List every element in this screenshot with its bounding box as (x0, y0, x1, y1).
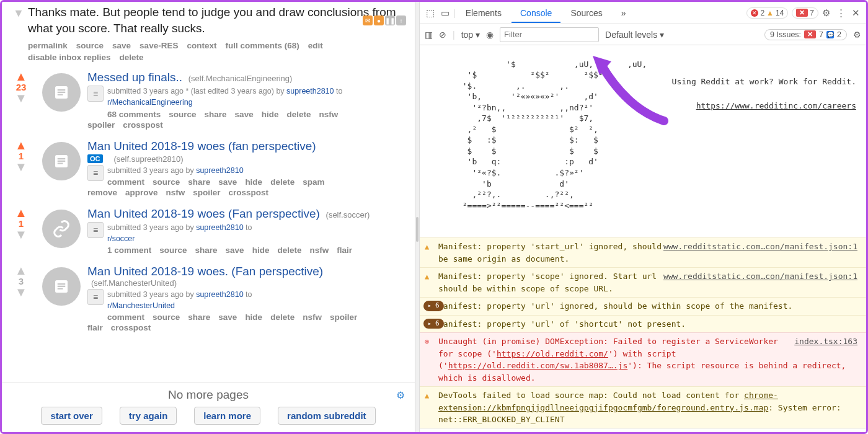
flat-link[interactable]: nsfw (303, 312, 322, 322)
flat-link[interactable]: delete (270, 312, 294, 322)
close-icon[interactable]: ✕ (849, 5, 862, 21)
flat-link[interactable]: 68 comments (107, 110, 161, 119)
flat-link[interactable]: comment (107, 312, 144, 322)
domain[interactable]: (self.supreeth2810) (114, 154, 184, 164)
flat-link[interactable]: nsfw (166, 188, 185, 197)
console-settings-icon[interactable]: ⚙ (853, 30, 861, 40)
expando-button[interactable]: ≡ (87, 289, 104, 305)
flat-link[interactable]: edit (308, 41, 323, 50)
flat-link[interactable]: spoiler (87, 120, 115, 130)
filter-input[interactable] (500, 27, 599, 42)
inspect-icon[interactable]: ⬚ (423, 5, 437, 21)
upvote-icon[interactable]: ▲ (7, 207, 35, 218)
upvote-icon[interactable]: ▲ (7, 140, 35, 151)
flat-link[interactable]: save (112, 41, 131, 50)
up-icon[interactable]: ↑ (396, 16, 406, 25)
flat-link[interactable]: hide (252, 246, 270, 255)
flat-link[interactable]: save (226, 246, 244, 255)
author-link[interactable]: supreeth2810 (196, 166, 243, 175)
thumbnail[interactable] (35, 265, 87, 332)
expando-button[interactable]: ≡ (87, 165, 104, 181)
tab-console[interactable]: Console (512, 3, 560, 23)
flat-link[interactable]: hide (245, 177, 262, 187)
post-title[interactable]: Man United 2018-19 woes (fan perspective… (87, 140, 316, 153)
flat-link[interactable]: context (187, 41, 216, 50)
author-link[interactable]: supreeth2810 (286, 87, 334, 95)
downvote-icon[interactable]: ▼ (7, 92, 35, 104)
flat-link[interactable]: share (195, 246, 218, 255)
expando-button[interactable]: ≡ (87, 222, 104, 238)
issues-button[interactable]: 9 Issues: ✕7 💬2 (764, 29, 847, 40)
flat-link[interactable]: source (159, 246, 187, 255)
flat-link[interactable]: remove (87, 188, 117, 197)
flat-link[interactable]: flair (87, 323, 103, 332)
subreddit-link[interactable]: r/soccer (107, 234, 135, 243)
console-prompt[interactable]: › (420, 428, 866, 432)
pause-icon[interactable]: ❚❚ (385, 16, 395, 25)
flat-link[interactable]: comment (107, 177, 144, 187)
flat-link[interactable]: source (76, 41, 104, 50)
post-title[interactable]: Man United 2018-19 woes (Fan perspective… (87, 207, 320, 220)
post-title[interactable]: Messed up finals.. (87, 71, 182, 84)
flat-link[interactable]: spoiler (193, 188, 220, 197)
device-icon[interactable]: ▭ (438, 5, 452, 21)
flat-link[interactable]: nsfw (309, 246, 329, 255)
kebab-icon[interactable]: ⋮ (834, 5, 848, 21)
error-warn-badge[interactable]: ✕2 ▲14 (746, 7, 788, 19)
flat-link[interactable]: delete (277, 246, 301, 255)
settings-icon[interactable]: ⚙ (820, 5, 833, 21)
thumbnail[interactable] (35, 140, 87, 197)
mail-icon[interactable]: ✉ (363, 16, 373, 25)
tab-more[interactable]: » (613, 3, 635, 23)
flat-link[interactable]: crosspost (229, 188, 269, 197)
downvote-icon[interactable]: ▼ (7, 286, 35, 298)
live-expr-icon[interactable]: ◉ (486, 30, 494, 40)
source-link[interactable]: www.redditstatic.com…con/manifest.json:1 (663, 270, 857, 283)
downvote-icon[interactable]: ▼ (13, 7, 24, 20)
expando-button[interactable]: ≡ (87, 86, 104, 102)
flat-link[interactable]: share (188, 312, 210, 322)
nomore-button[interactable]: try again (120, 407, 177, 425)
flat-link[interactable]: full comments (68) (225, 41, 299, 50)
subreddit-link[interactable]: r/ManchesterUnited (107, 301, 175, 310)
thumbnail[interactable] (35, 207, 87, 255)
flat-link[interactable]: crosspost (111, 323, 151, 332)
nomore-button[interactable]: start over (41, 407, 102, 425)
flat-link[interactable]: share (205, 110, 227, 119)
flat-link[interactable]: disable inbox replies (28, 53, 111, 62)
flat-link[interactable]: hide (245, 312, 262, 322)
upvote-icon[interactable]: ▲ (7, 265, 35, 276)
context-selector[interactable]: top ▾ (461, 30, 480, 40)
flat-link[interactable]: save-RES (140, 41, 178, 50)
author-link[interactable]: supreeth2810 (196, 290, 243, 299)
flat-link[interactable]: spoiler (330, 312, 357, 322)
flat-link[interactable]: delete (270, 177, 294, 187)
flat-link[interactable]: spam (303, 177, 324, 187)
clear-icon[interactable]: ⊘ (439, 30, 446, 40)
flat-link[interactable]: delete (286, 110, 311, 119)
split-divider[interactable] (415, 2, 420, 432)
flat-link[interactable]: source (169, 110, 196, 119)
upvote-icon[interactable]: ▲ (7, 71, 35, 82)
flat-link[interactable]: save (235, 110, 254, 119)
flat-link[interactable]: source (153, 312, 180, 322)
careers-link[interactable]: https://www.redditinc.com/careers (696, 101, 856, 110)
nomore-button[interactable]: random subreddit (278, 407, 376, 425)
flat-link[interactable]: save (218, 312, 237, 322)
flat-link[interactable]: crosspost (123, 120, 163, 130)
levels-selector[interactable]: Default levels ▾ (605, 30, 664, 40)
flat-link[interactable]: approve (125, 188, 158, 197)
domain[interactable]: (self.soccer) (326, 210, 370, 219)
downvote-icon[interactable]: ▼ (7, 161, 35, 172)
res-icon-2[interactable]: ● (374, 16, 384, 25)
author-link[interactable]: supreeth2810 (196, 223, 243, 232)
sidebar-toggle-icon[interactable]: ▥ (425, 30, 433, 40)
domain[interactable]: (self.MechanicalEngineering) (188, 74, 293, 83)
flat-link[interactable]: hide (262, 110, 279, 119)
flat-link[interactable]: 1 comment (107, 246, 151, 255)
flat-link[interactable]: delete (120, 53, 144, 62)
source-link[interactable]: index.tsx:163 (794, 335, 857, 348)
tab-elements[interactable]: Elements (457, 3, 510, 23)
nomore-button[interactable]: learn more (194, 407, 260, 425)
flat-link[interactable]: share (188, 177, 210, 187)
